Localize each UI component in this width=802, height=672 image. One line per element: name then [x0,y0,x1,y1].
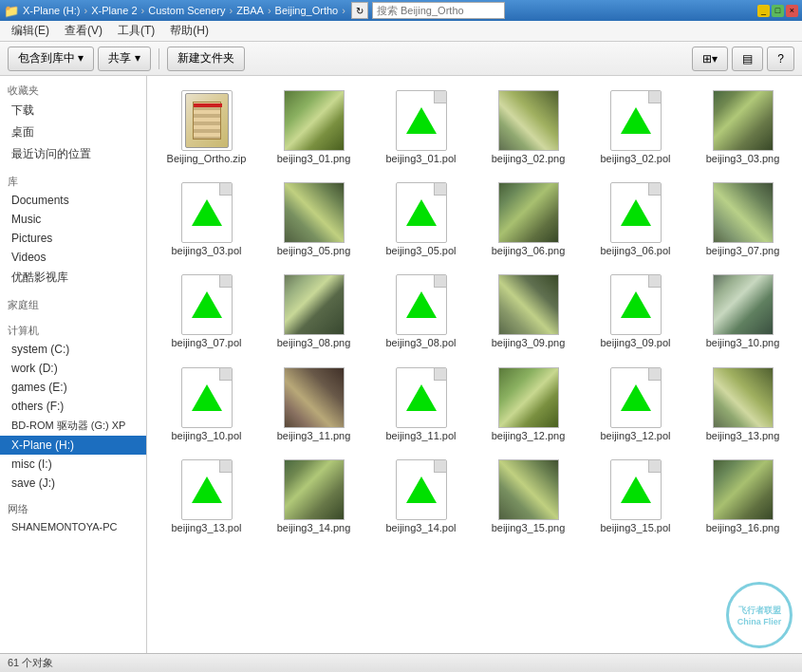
file-label: beijing3_10.png [706,337,780,349]
file-item[interactable]: beijing3_11.pol [369,361,473,449]
file-item[interactable]: beijing3_10.pol [155,361,258,449]
file-item[interactable]: beijing3_08.pol [369,268,473,356]
file-item[interactable]: beijing3_02.png [476,84,580,172]
breadcrumb-nav: X-Plane (H:) › X-Plane 2 › Custom Scener… [23,5,347,16]
sidebar-item-desktop[interactable]: 桌面 [0,121,146,143]
file-icon-beijing3_01-png [284,90,345,151]
sidebar-section-network: 网络 [0,498,146,518]
file-icon-beijing3_10-pol [177,367,237,428]
sidebar-item-j[interactable]: save (J:) [0,474,146,493]
file-item[interactable]: beijing3_13.pol [155,453,258,541]
file-item[interactable]: beijing3_12.png [476,361,580,449]
file-icon-beijing3_07-pol [177,274,237,335]
file-item[interactable]: beijing3_06.pol [584,176,687,264]
sidebar-item-download[interactable]: 下载 [0,100,146,121]
file-item[interactable]: beijing3_16.png [691,453,794,541]
file-item[interactable]: beijing3_07.png [691,176,794,264]
triangle-icon [621,107,651,134]
sidebar-item-g[interactable]: BD-ROM 驱动器 (G:) XP [0,416,146,436]
file-label: beijing3_07.png [706,245,780,257]
file-item[interactable]: Beijing_Ortho.zip [155,84,258,172]
details-button[interactable]: ▤ [732,47,763,71]
triangle-icon [406,291,437,318]
sidebar-item-e[interactable]: games (E:) [0,378,146,397]
share-button[interactable]: 共享 ▾ [98,47,150,71]
pol-icon [610,90,662,151]
sidebar-item-youku[interactable]: 优酷影视库 [0,267,146,289]
maximize-button[interactable]: □ [772,5,784,17]
png-satellite-icon [498,459,559,520]
sidebar-item-c[interactable]: system (C:) [0,340,146,359]
pol-icon [610,274,662,335]
help-button[interactable]: ? [767,47,794,71]
window-controls: _ □ × [757,5,798,17]
file-icon-beijing3_02-png [498,90,559,151]
file-icon-beijing3_13-pol [177,459,237,520]
file-item[interactable]: beijing3_08.png [262,268,365,356]
pol-icon [396,367,447,428]
close-button[interactable]: × [786,5,798,17]
file-item[interactable]: beijing3_05.pol [369,176,473,264]
new-folder-button[interactable]: 新建文件夹 [167,47,245,71]
file-label: beijing3_01.pol [385,153,456,165]
file-label: beijing3_02.pol [600,153,670,165]
menu-help[interactable]: 帮助(H) [162,21,216,41]
sidebar-item-recent[interactable]: 最近访问的位置 [0,143,146,165]
file-label: beijing3_03.pol [171,245,241,257]
file-item[interactable]: beijing3_01.png [262,84,365,172]
file-item[interactable]: beijing3_13.png [691,361,794,449]
file-item[interactable]: beijing3_11.png [262,361,365,449]
file-item[interactable]: beijing3_14.png [262,453,365,541]
file-item[interactable]: beijing3_05.png [262,176,365,264]
sidebar-section-library: 库 [0,171,146,191]
nav-beijing-ortho[interactable]: Beijing_Ortho [275,5,339,16]
png-satellite-icon [498,367,559,428]
sidebar-item-h[interactable]: X-Plane (H:) [0,436,146,455]
include-library-button[interactable]: 包含到库中 ▾ [8,47,94,71]
search-input[interactable] [372,2,505,19]
file-item[interactable]: beijing3_03.png [691,84,794,172]
sidebar-item-f[interactable]: others (F:) [0,397,146,416]
refresh-button[interactable]: ↻ [351,2,368,19]
sidebar-item-i[interactable]: misc (I:) [0,455,146,474]
file-item[interactable]: beijing3_12.pol [584,361,687,449]
file-label: beijing3_07.pol [171,337,241,349]
menu-view[interactable]: 查看(V) [57,21,110,41]
file-item[interactable]: beijing3_09.png [476,268,580,356]
nav-zbaa[interactable]: ZBAA [236,5,264,16]
sidebar-item-d[interactable]: work (D:) [0,359,146,378]
nav-xplane2[interactable]: X-Plane 2 [91,5,137,16]
file-label: beijing3_09.pol [600,337,670,349]
file-label: beijing3_14.png [277,522,351,534]
file-item[interactable]: beijing3_02.pol [584,84,687,172]
file-item[interactable]: beijing3_09.pol [584,268,687,356]
sidebar-item-documents[interactable]: Documents [0,191,146,210]
sidebar-section-computer: 计算机 [0,320,146,340]
toolbar-separator [159,48,159,69]
sidebar-item-music[interactable]: Music [0,210,146,229]
triangle-icon [192,199,222,226]
file-label: beijing3_09.png [492,337,566,349]
sidebar-item-pictures[interactable]: Pictures [0,229,146,248]
nav-custom-scenery[interactable]: Custom Scenery [148,5,225,16]
file-item[interactable]: beijing3_03.pol [155,176,258,264]
file-label: beijing3_13.pol [171,522,241,534]
file-item[interactable]: beijing3_15.png [476,453,580,541]
sidebar-item-videos[interactable]: Videos [0,248,146,267]
view-button[interactable]: ⊞▾ [692,47,728,71]
menu-tools[interactable]: 工具(T) [110,21,162,41]
minimize-button[interactable]: _ [757,5,770,17]
file-item[interactable]: beijing3_07.pol [155,268,258,356]
file-item[interactable]: beijing3_06.png [476,176,580,264]
sidebar-item-pc[interactable]: SHANEMONTOYA-PC [0,518,146,535]
file-item[interactable]: beijing3_15.pol [584,453,687,541]
nav-xplane[interactable]: X-Plane (H:) [23,5,81,16]
triangle-icon [192,384,222,411]
menu-edit[interactable]: 编辑(E) [4,21,57,41]
file-label: beijing3_11.pol [385,430,456,442]
file-item[interactable]: beijing3_10.png [691,268,794,356]
file-item[interactable]: beijing3_01.pol [369,84,473,172]
triangle-icon [406,107,437,134]
file-item[interactable]: beijing3_14.pol [369,453,473,541]
file-label: beijing3_10.pol [171,430,241,442]
